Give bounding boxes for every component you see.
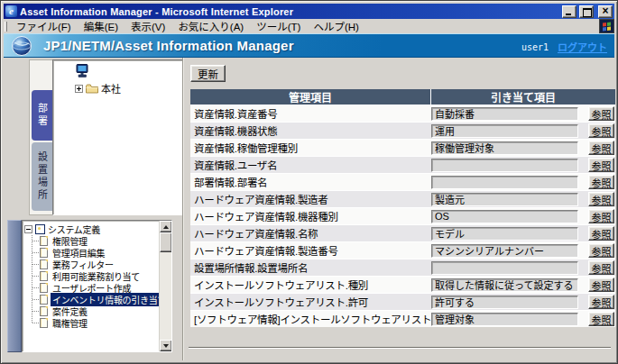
table-row: 部署情報.部署名参照 <box>190 173 615 190</box>
book-icon <box>35 224 45 234</box>
maximize-button[interactable] <box>579 5 594 18</box>
reference-button[interactable]: 参照 <box>588 295 614 309</box>
scroll-down-button[interactable] <box>160 340 172 351</box>
assigned-value-input[interactable] <box>431 278 578 292</box>
minimize-button[interactable] <box>562 5 576 18</box>
reference-button[interactable]: 参照 <box>588 158 614 172</box>
close-button[interactable] <box>598 5 613 18</box>
management-item-label: ハードウェア資産情報.名称 <box>190 226 431 241</box>
sidebar-accent-band <box>7 220 22 352</box>
scrollbar-thumb[interactable] <box>160 232 172 252</box>
assigned-item-cell: 参照 <box>431 158 615 172</box>
assigned-value-input[interactable] <box>431 210 578 223</box>
page-icon <box>40 236 48 246</box>
management-item-label: ハードウェア資産情報.製造番号 <box>190 243 431 258</box>
assigned-value-input[interactable] <box>431 176 578 189</box>
assigned-value-input[interactable] <box>431 124 578 138</box>
org-tree-node[interactable]: 本社 <box>75 81 121 96</box>
table-row: 資産情報.資産番号参照 <box>190 105 615 122</box>
assigned-item-cell: 参照 <box>431 141 615 155</box>
org-tree-panel: 本社 <box>52 59 183 215</box>
system-tree-item[interactable]: 案件定義 <box>24 305 159 317</box>
column-header-assigned: 引き当て項目 <box>431 89 615 105</box>
reference-button[interactable]: 参照 <box>588 312 614 326</box>
menu-bar: ファイル(F)編集(E)表示(V)お気に入り(A)ツール(T)ヘルプ(H) <box>4 19 614 33</box>
menu-item[interactable]: ヘルプ(H) <box>307 18 364 34</box>
system-tree: システム定義 権限管理管理項目編集業務フィルター利用可能業務割り当てユーザレポー… <box>23 221 159 351</box>
assigned-item-cell: 参照 <box>431 278 615 292</box>
table-row: [ソフトウェア情報]インストールソフトウェアリスト.管理レベル参照 <box>190 310 615 327</box>
assigned-value-input[interactable] <box>431 193 578 206</box>
table-row: ハードウェア資産情報.機器種別参照 <box>190 207 615 224</box>
management-item-label: 設置場所情報.設置場所名 <box>190 260 431 275</box>
menu-item[interactable]: ツール(T) <box>250 18 307 34</box>
management-item-label: [ソフトウェア情報]インストールソフトウェアリスト.管理レベル <box>190 312 431 326</box>
sidebar-tab-department[interactable]: 部署 <box>32 90 52 141</box>
menu-bar-items: ファイル(F)編集(E)表示(V)お気に入り(A)ツール(T)ヘルプ(H) <box>10 18 365 34</box>
reference-button[interactable]: 参照 <box>588 243 614 258</box>
assigned-value-input[interactable] <box>431 244 578 258</box>
assigned-item-cell: 参照 <box>431 192 615 206</box>
bottom-divider <box>189 347 611 349</box>
reference-button[interactable]: 参照 <box>588 226 614 241</box>
reference-button[interactable]: 参照 <box>588 123 614 138</box>
system-tree-item[interactable]: インベントリ情報の引き当て <box>24 294 159 305</box>
management-item-label: ハードウェア資産情報.製造者 <box>190 192 431 206</box>
menu-item[interactable]: ファイル(F) <box>10 18 78 34</box>
expand-plus-icon[interactable] <box>75 85 83 93</box>
browser-window: e Asset Information Manager - Microsoft … <box>0 0 618 364</box>
menu-item[interactable]: お気に入り(A) <box>171 18 250 34</box>
assigned-value-input[interactable] <box>431 159 578 172</box>
assigned-value-input[interactable] <box>431 296 578 309</box>
window-title: Asset Information Manager - Microsoft In… <box>20 6 559 17</box>
assigned-item-cell: 参照 <box>431 295 615 309</box>
reference-button[interactable]: 参照 <box>588 278 614 292</box>
system-tree-item[interactable]: 職権管理 <box>24 317 159 329</box>
management-item-label: 資産情報.稼働管理種別 <box>190 141 431 155</box>
windows-flag-icon <box>599 19 614 33</box>
collapse-minus-icon[interactable] <box>24 225 32 233</box>
assigned-value-input[interactable] <box>431 141 578 155</box>
assigned-item-cell: 参照 <box>431 209 615 223</box>
logout-link[interactable]: ログアウト <box>558 40 607 54</box>
page-icon <box>40 283 48 293</box>
assigned-item-cell: 参照 <box>431 175 615 189</box>
reference-button[interactable]: 参照 <box>588 260 614 275</box>
sidebar-tab-strip: 部署設置場所 <box>29 59 52 215</box>
system-tree-panel: システム定義 権限管理管理項目編集業務フィルター利用可能業務割り当てユーザレポー… <box>22 220 172 352</box>
table-row: ハードウェア資産情報.製造番号参照 <box>190 241 615 259</box>
app-header: JP1/NETM/Asset Information Manager user1… <box>4 33 614 58</box>
tree-scrollbar[interactable] <box>159 221 171 351</box>
ie-logo-icon: e <box>5 5 17 17</box>
system-tree-root[interactable]: システム定義 <box>24 223 159 235</box>
reference-button[interactable]: 参照 <box>588 192 614 206</box>
table-row: 資産情報.機器状態参照 <box>190 122 615 139</box>
table-row: ハードウェア資産情報.名称参照 <box>190 224 615 241</box>
page-icon <box>40 318 48 328</box>
menu-item[interactable]: 表示(V) <box>125 18 171 34</box>
assigned-item-cell: 参照 <box>431 260 615 275</box>
reference-button[interactable]: 参照 <box>588 209 614 223</box>
assignment-table-body: 資産情報.資産番号参照資産情報.機器状態参照資産情報.稼働管理種別参照資産情報.… <box>190 105 615 327</box>
assigned-value-input[interactable] <box>431 313 578 326</box>
tree-item-label[interactable]: 職権管理 <box>51 316 89 330</box>
page-icon <box>40 248 48 258</box>
menu-item[interactable]: 編集(E) <box>78 18 125 34</box>
table-header-row: 管理項目 引き当て項目 <box>190 89 615 105</box>
assigned-item-cell: 参照 <box>431 123 615 138</box>
table-row: インストールソフトウェアリスト.種別参照 <box>190 276 615 293</box>
reference-button[interactable]: 参照 <box>588 141 614 155</box>
assigned-value-input[interactable] <box>431 107 578 121</box>
org-node-label[interactable]: 本社 <box>101 81 121 96</box>
table-row: 資産情報.ユーザ名参照 <box>190 156 615 173</box>
assigned-value-input[interactable] <box>431 261 578 275</box>
toolbar-grip <box>5 22 7 32</box>
update-button[interactable]: 更新 <box>190 65 226 82</box>
scroll-up-button[interactable] <box>160 221 172 232</box>
reference-button[interactable]: 参照 <box>588 175 614 189</box>
sidebar-tab-location[interactable]: 設置場所 <box>32 142 52 211</box>
assigned-value-input[interactable] <box>431 227 578 241</box>
reference-button[interactable]: 参照 <box>588 106 614 121</box>
table-row: インストールソフトウェアリスト.許可参照 <box>190 293 615 310</box>
assigned-item-cell: 参照 <box>431 312 615 326</box>
